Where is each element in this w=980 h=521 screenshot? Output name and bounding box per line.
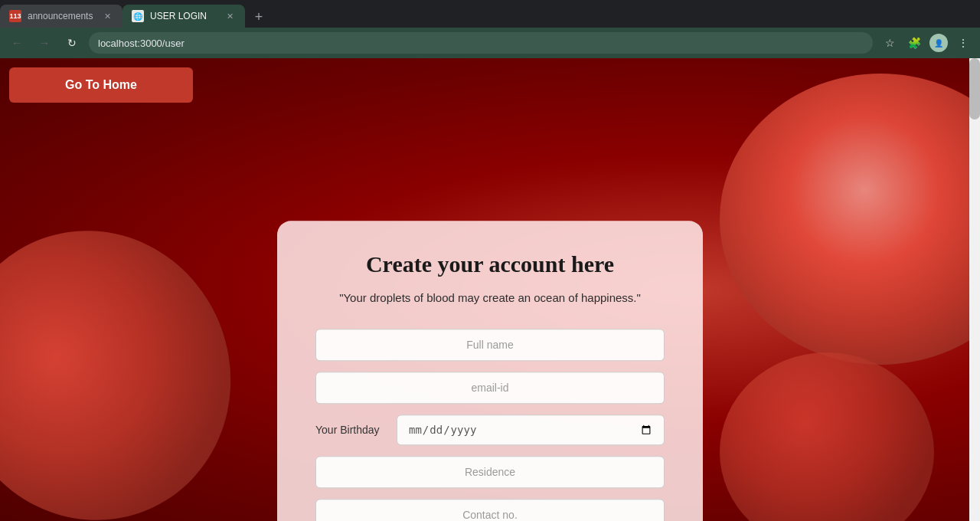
birthday-label: Your Birthday: [315, 424, 384, 436]
extensions-icon[interactable]: 🧩: [903, 32, 925, 54]
user-avatar: 👤: [929, 34, 948, 52]
scrollbar-thumb[interactable]: [969, 58, 980, 120]
form-card: Create your account here "Your droplets …: [277, 221, 703, 521]
url-bar[interactable]: localhost:3000/user: [89, 32, 873, 54]
birthday-row: Your Birthday: [315, 415, 665, 445]
go-home-button[interactable]: Go To Home: [9, 67, 193, 103]
reload-button[interactable]: ↻: [61, 32, 83, 54]
bookmark-icon[interactable]: ☆: [879, 32, 900, 54]
form-quote: "Your droplets of blood may create an oc…: [315, 290, 665, 307]
form-title: Create your account here: [315, 251, 665, 277]
url-text: localhost:3000/user: [98, 38, 864, 49]
tab-user-login-close[interactable]: ✕: [224, 10, 236, 22]
announcements-favicon: 113: [9, 10, 21, 22]
browser-chrome: 113 announcements ✕ 🌐 USER LOGIN ✕ + ← →…: [0, 0, 980, 58]
new-tab-button[interactable]: +: [248, 6, 270, 28]
avatar[interactable]: 👤: [928, 32, 949, 54]
tab-user-login-label: USER LOGIN: [150, 11, 217, 21]
tab-announcements-label: announcements: [28, 11, 95, 21]
tab-announcements[interactable]: 113 announcements ✕: [0, 5, 122, 28]
residence-input[interactable]: [315, 456, 665, 488]
tab-announcements-close[interactable]: ✕: [101, 10, 113, 22]
birthday-input[interactable]: [397, 415, 665, 445]
tab-bar: 113 announcements ✕ 🌐 USER LOGIN ✕ +: [0, 0, 980, 28]
tab-user-login[interactable]: 🌐 USER LOGIN ✕: [122, 5, 245, 28]
page-content: Go To Home Create your account here "You…: [0, 58, 980, 521]
email-input[interactable]: [315, 372, 665, 404]
address-bar: ← → ↻ localhost:3000/user ☆ 🧩 👤 ⋮: [0, 28, 980, 58]
address-bar-icons: ☆ 🧩 👤 ⋮: [879, 32, 974, 54]
full-name-input[interactable]: [315, 329, 665, 361]
user-login-favicon: 🌐: [132, 10, 144, 22]
back-button[interactable]: ←: [6, 32, 28, 54]
scrollbar-track: [969, 58, 980, 521]
forward-button[interactable]: →: [34, 32, 55, 54]
menu-icon[interactable]: ⋮: [952, 32, 974, 54]
contact-input[interactable]: [315, 499, 665, 521]
